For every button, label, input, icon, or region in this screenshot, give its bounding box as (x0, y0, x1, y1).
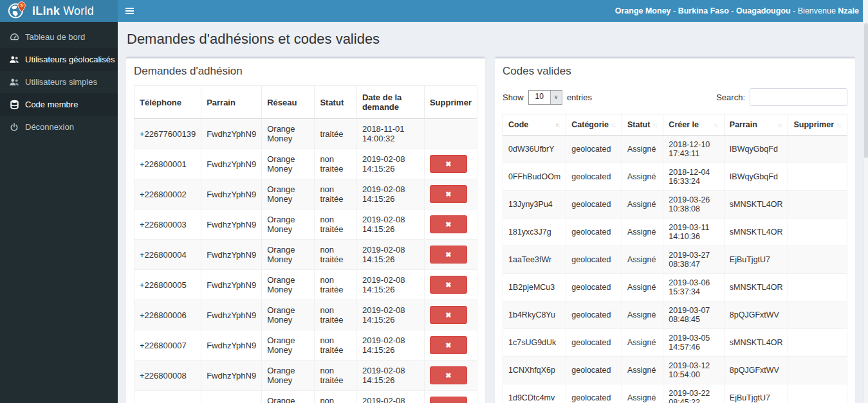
cell-supprimer (788, 384, 847, 403)
app-window: $ iLink World Orange Money - Burkina Fas… (0, 0, 868, 403)
cell-date: 2019-02-08 14:15:26 (356, 240, 424, 270)
cell-statut: non traitée (315, 361, 357, 391)
sidebar-item-utilisateurs-geolocalises[interactable]: Utilisateurs géolocalisés (0, 48, 118, 71)
adhesion-table: TéléphoneParrainRéseauStatutDate de la d… (134, 85, 477, 403)
user-info-segment: Nzale (838, 6, 859, 15)
cell-statut: Assigné (622, 191, 663, 219)
users-icon (9, 55, 19, 64)
cell-reseau: Orange Money (262, 300, 315, 330)
cell-statut: Assigné (622, 329, 663, 357)
sort-desc-icon: ↓ (716, 121, 717, 129)
column-header: Supprimer (424, 86, 477, 119)
cell-date: 2019-02-08 14:15:26 (356, 210, 424, 240)
main-content: Demandes d'adhésions et codes valides De… (118, 22, 868, 403)
sortable-column-header[interactable]: Supprimer↑↓ (788, 114, 847, 136)
cell-parrain: sMNSKTL4OR (724, 274, 788, 301)
cell-categorie: geolocated (566, 219, 622, 246)
delete-button[interactable]: ✖ (430, 155, 467, 173)
delete-button[interactable]: ✖ (430, 215, 467, 233)
cell-telephone: +226800004 (134, 240, 201, 270)
delete-button[interactable]: ✖ (430, 366, 467, 384)
user-info-segment: Orange Money (615, 6, 671, 15)
sort-icon: ↑↓ (652, 121, 658, 129)
sidebar-item-code-membre[interactable]: Code membre (0, 93, 118, 116)
sidebar-item-label: Code membre (25, 100, 78, 109)
cell-statut: non traitée (315, 270, 357, 300)
search-control: Search: (716, 88, 847, 106)
cell-reseau: Orange Money (262, 330, 315, 361)
sortable-column-header[interactable]: Catégorie↑↓ (566, 114, 622, 136)
table-row: 1b4RkyC8YugeolocatedAssigné2019-03-07 08… (503, 301, 847, 329)
delete-button[interactable]: ✖ (430, 185, 467, 203)
cell-statut: non traitée (315, 179, 357, 210)
table-row: 1aaTee3fWrgeolocatedAssigné2019-03-27 08… (503, 246, 847, 274)
cell-date: 2019-02-08 14:15:26 (356, 361, 424, 391)
user-info-segment: - (671, 6, 678, 15)
table-row: +226800002FwdhzYphN9Orange Moneynon trai… (134, 179, 477, 210)
sidebar-item-label: Utilisateurs géolocalisés (25, 55, 115, 64)
cell-telephone: +226800006 (134, 300, 201, 330)
cell-statut: Assigné (622, 219, 663, 246)
adhesion-panel: Demandes d'adhésion TéléphoneParrainRése… (126, 57, 485, 403)
cell-cree_le: 2019-03-26 10:38:08 (663, 191, 724, 219)
cell-categorie: geolocated (566, 329, 622, 357)
cell-date: 2019-02-08 14:15:26 (356, 300, 424, 330)
brand-logo-area[interactable]: $ iLink World (0, 0, 118, 22)
column-label: Parrain (730, 120, 757, 129)
sidebar-item-utilisateurs-simples[interactable]: Utilisateurs simples (0, 71, 118, 93)
cell-statut: non traitée (315, 240, 357, 270)
delete-button[interactable]: ✖ (430, 336, 467, 354)
cell-code: 1aaTee3fWr (503, 246, 566, 274)
delete-button[interactable]: ✖ (430, 306, 467, 324)
sortable-column-header[interactable]: Code↑↓ (503, 114, 566, 136)
cell-categorie: geolocated (566, 357, 622, 384)
sidebar-item-label: Tableau de bord (25, 32, 85, 42)
cell-statut: Assigné (622, 246, 663, 274)
search-input[interactable] (750, 88, 847, 106)
codes-table: Code↑↓Catégorie↑↓Statut↑↓Créer le↑↓Parra… (503, 114, 847, 403)
cell-parrain: FwdhzYphN9 (201, 240, 262, 270)
column-header: Téléphone (134, 86, 201, 119)
cell-cree_le: 2018-12-10 17:43:11 (663, 136, 724, 163)
cell-statut: Assigné (622, 357, 663, 384)
scrollbar-thumb[interactable] (864, 23, 868, 158)
sidebar-toggle-hamburger-icon[interactable] (125, 3, 142, 19)
show-label: Show (503, 93, 524, 102)
cell-telephone: +226800005 (134, 270, 201, 300)
brand-title-rest: World (60, 4, 94, 17)
power-icon (9, 123, 19, 132)
sortable-column-header[interactable]: Créer le↑↓ (663, 114, 724, 136)
column-label: Code (508, 120, 528, 129)
cell-code: 1B2pjeMCu3 (503, 274, 566, 301)
column-header: Parrain (201, 86, 262, 119)
cell-telephone: +226800001 (134, 149, 201, 179)
cell-parrain: 8pQJGFxtWV (724, 357, 788, 384)
cell-supprimer: ✖ (424, 361, 477, 391)
sortable-column-header[interactable]: Parrain↑↓ (724, 114, 788, 136)
delete-button[interactable]: ✖ (430, 246, 467, 264)
navbar: Orange Money - Burkina Faso - Ouagadougo… (118, 0, 868, 22)
cell-code: 1b4RkyC8Yu (503, 301, 566, 329)
table-row: 181yxc3J7ggeolocatedAssigné2019-03-11 14… (503, 219, 847, 246)
cell-code: 1c7sUG9dUk (503, 329, 566, 357)
cell-reseau: Orange Money (262, 270, 315, 300)
delete-button[interactable]: ✖ (430, 276, 467, 294)
table-row: 0dW36UfbrYgeolocatedAssigné2018-12-10 17… (503, 136, 847, 163)
sidebar-item-tableau-de-bord[interactable]: Tableau de bord (0, 26, 118, 48)
cell-supprimer: ✖ (424, 179, 477, 210)
cell-cree_le: 2019-03-22 08:45:22 (663, 384, 724, 403)
sort-icon: ↑↓ (611, 121, 616, 129)
sortable-column-header[interactable]: Statut↑↓ (622, 114, 663, 136)
vertical-scrollbar[interactable] (863, 0, 868, 403)
cell-statut: Assigné (622, 384, 663, 403)
sort-icon: ↑↓ (836, 121, 842, 129)
cell-telephone: +226800003 (134, 210, 201, 240)
page-length-value: 10 (529, 91, 550, 104)
table-row: +226800006FwdhzYphN9Orange Moneynon trai… (134, 300, 477, 330)
delete-button[interactable]: ✖ (430, 397, 467, 403)
cell-reseau: Orange Money (262, 119, 315, 149)
sidebar-item-deconnexion[interactable]: Déconnexion (0, 116, 118, 138)
users-icon (9, 78, 19, 86)
cell-supprimer (788, 136, 847, 163)
page-length-select[interactable]: 10 ∨ (528, 90, 562, 105)
